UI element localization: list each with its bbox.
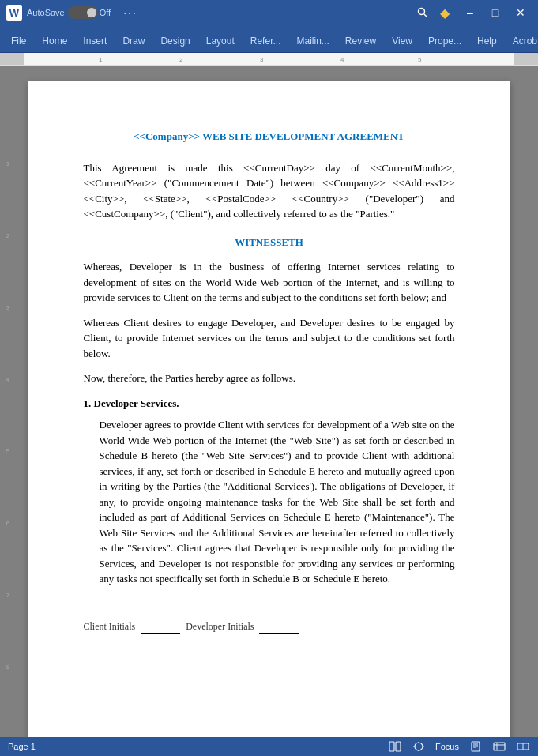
svg-text:3: 3 [260, 56, 264, 63]
minimize-button[interactable]: – [459, 5, 481, 21]
svg-rect-10 [389, 742, 394, 751]
section-1-heading: 1. Developer Services. [84, 396, 455, 412]
svg-line-1 [424, 14, 428, 18]
ruler: 1 2 3 4 5 [0, 53, 538, 66]
title-bar: W AutoSave Off ··· ◆ – □ ✕ [0, 0, 538, 25]
print-layout-icon[interactable] [468, 739, 483, 754]
web-layout-icon[interactable] [492, 739, 506, 754]
tab-file[interactable]: File [3, 30, 34, 52]
tab-design[interactable]: Design [152, 30, 198, 52]
document-page: <<Company>> WEB SITE DEVELOPMENT AGREEME… [28, 81, 510, 737]
tab-review[interactable]: Review [337, 30, 384, 52]
premium-icon: ◆ [440, 6, 450, 21]
immersive-reader-icon[interactable] [516, 739, 530, 754]
client-initials-blank [141, 619, 180, 634]
tab-view[interactable]: View [384, 30, 420, 52]
search-button[interactable] [412, 2, 434, 24]
ruler-content: 1 2 3 4 5 [0, 53, 538, 65]
developer-initials-label: Developer Initials [186, 621, 254, 632]
intro-paragraph: This Agreement is made this <<CurrentDay… [84, 160, 455, 222]
tab-mailings[interactable]: Mailin... [288, 30, 337, 52]
close-button[interactable]: ✕ [510, 5, 532, 21]
svg-rect-21 [494, 743, 505, 750]
ribbon: File Home Insert Draw Design Layout Refe… [0, 25, 538, 53]
svg-rect-17 [472, 742, 480, 751]
autosave-state: Off [100, 8, 111, 17]
svg-text:5: 5 [418, 56, 422, 63]
ruler-svg: 1 2 3 4 5 [24, 53, 427, 66]
client-initials-label: Client Initials [84, 621, 136, 632]
margin-indicators: 1 2 3 4 5 6 7 8 [0, 66, 16, 737]
section-1-body: Developer agrees to provide Client with … [100, 417, 455, 587]
content-area: 1 2 3 4 5 6 7 8 <<Company>> WEB SITE DEV… [0, 66, 538, 737]
svg-text:4: 4 [340, 56, 344, 63]
whereas-paragraph-2: Whereas Client desires to engage Develop… [84, 315, 455, 362]
status-bar-right: Focus [388, 739, 530, 754]
svg-text:1: 1 [99, 56, 103, 63]
svg-point-0 [419, 9, 425, 15]
now-therefore-paragraph: Now, therefore, the Parties hereby agree… [84, 370, 455, 386]
more-options-label[interactable]: ··· [123, 6, 137, 19]
initials-line: Client Initials Developer Initials [84, 619, 455, 634]
tab-insert[interactable]: Insert [75, 30, 115, 52]
tab-references[interactable]: Refer... [243, 30, 289, 52]
autosave-label: AutoSave [27, 8, 65, 17]
page-info: Page 1 [8, 742, 36, 751]
status-bar: Page 1 Focus [0, 737, 538, 756]
autosave-toggle[interactable] [68, 6, 98, 19]
svg-text:2: 2 [179, 56, 183, 63]
ribbon-tabs: File Home Insert Draw Design Layout Refe… [0, 25, 538, 52]
read-mode-icon[interactable] [388, 739, 402, 754]
focus-text[interactable]: Focus [435, 742, 459, 751]
maximize-button[interactable]: □ [484, 5, 506, 21]
tab-draw[interactable]: Draw [115, 30, 152, 52]
focus-label-btn[interactable] [412, 739, 426, 754]
witnesseth-heading: WITNESSETH [84, 235, 455, 250]
tab-help[interactable]: Help [469, 30, 505, 52]
svg-point-12 [415, 743, 423, 750]
tab-home[interactable]: Home [34, 30, 75, 52]
autosave-knob [87, 8, 96, 17]
developer-initials-blank [259, 619, 299, 634]
document-heading: <<Company>> WEB SITE DEVELOPMENT AGREEME… [84, 129, 455, 145]
window-controls: – □ ✕ [459, 5, 532, 21]
svg-rect-11 [396, 742, 401, 751]
tab-properties[interactable]: Prope... [420, 30, 469, 52]
whereas-paragraph-1: Whereas, Developer is in the business of… [84, 259, 455, 306]
tab-layout[interactable]: Layout [198, 30, 243, 52]
tab-acrobat[interactable]: Acrob... [505, 30, 538, 52]
word-logo: W [6, 5, 22, 21]
